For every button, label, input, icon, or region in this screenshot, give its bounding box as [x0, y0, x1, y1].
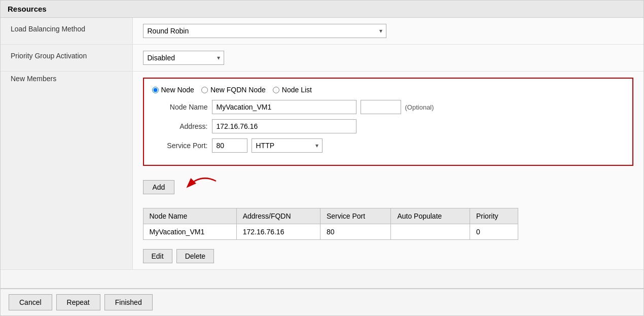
footer: Cancel Repeat Finished: [1, 288, 643, 315]
add-section: Add: [143, 176, 634, 198]
page-title: Resources: [1, 1, 643, 18]
radio-new-node-label: New Node: [161, 86, 194, 94]
load-balancing-select[interactable]: Round Robin Least Connections Observed P…: [143, 24, 386, 38]
radio-node-list-input[interactable]: [273, 87, 279, 93]
load-balancing-select-wrapper: Round Robin Least Connections Observed P…: [143, 24, 386, 38]
members-table-body: MyVacation_VM1 172.16.76.16 80 0: [143, 224, 518, 240]
finished-button[interactable]: Finished: [104, 294, 153, 310]
edit-button[interactable]: Edit: [143, 249, 172, 263]
service-port-row: Service Port: HTTP HTTPS FTP Other: [152, 138, 625, 153]
node-name-input[interactable]: [212, 100, 356, 114]
radio-new-fqdn-node[interactable]: New FQDN Node: [201, 86, 266, 94]
add-button[interactable]: Add: [143, 180, 175, 194]
radio-node-list-label: Node List: [282, 86, 312, 94]
members-table-head: Node Name Address/FQDN Service Port Auto…: [143, 208, 518, 224]
row-service-port: 80: [320, 224, 390, 240]
address-row: Address:: [152, 119, 625, 133]
port-number-input[interactable]: [212, 138, 247, 153]
new-members-label: New Members: [1, 72, 132, 270]
node-name-secondary-input[interactable]: [361, 100, 401, 114]
new-members-row: New Members New Node: [1, 72, 643, 270]
port-type-select[interactable]: HTTP HTTPS FTP Other: [252, 138, 323, 153]
priority-group-select-wrapper: Disabled Enabled: [143, 51, 224, 65]
repeat-button[interactable]: Repeat: [56, 294, 100, 310]
row-priority: 0: [470, 224, 518, 240]
service-port-inputs: HTTP HTTPS FTP Other: [212, 138, 323, 153]
radio-row: New Node New FQDN Node Node List: [152, 86, 625, 94]
members-table: Node Name Address/FQDN Service Port Auto…: [143, 208, 518, 240]
radio-new-fqdn-input[interactable]: [201, 87, 208, 93]
add-arrow-annotation: [181, 176, 221, 198]
form-table: Load Balancing Method Round Robin Least …: [1, 18, 643, 270]
radio-new-node-input[interactable]: [152, 87, 159, 93]
port-type-select-wrapper: HTTP HTTPS FTP Other: [252, 138, 323, 153]
new-members-wrapper: New Node New FQDN Node Node List: [143, 78, 634, 263]
new-node-red-box: New Node New FQDN Node Node List: [143, 78, 634, 166]
table-actions: Edit Delete: [143, 249, 634, 263]
radio-new-node[interactable]: New Node: [152, 86, 194, 94]
delete-button[interactable]: Delete: [176, 249, 214, 263]
col-priority: Priority: [470, 208, 518, 224]
col-address-fqdn: Address/FQDN: [236, 208, 320, 224]
row-auto-populate: [391, 224, 470, 240]
cancel-button[interactable]: Cancel: [9, 294, 52, 310]
priority-group-label: Priority Group Activation: [1, 45, 132, 72]
row-address: 172.16.76.16: [236, 224, 320, 240]
col-node-name: Node Name: [143, 208, 236, 224]
content-area: Load Balancing Method Round Robin Least …: [1, 18, 643, 288]
main-container: Resources Load Balancing Method Round Ro…: [0, 0, 644, 316]
priority-group-row: Priority Group Activation Disabled Enabl…: [1, 45, 643, 72]
optional-label: (Optional): [405, 103, 434, 111]
col-service-port: Service Port: [320, 208, 390, 224]
address-label: Address:: [152, 122, 208, 130]
radio-new-fqdn-label: New FQDN Node: [210, 86, 266, 94]
row-node-name: MyVacation_VM1: [143, 224, 236, 240]
priority-group-value-cell: Disabled Enabled: [132, 45, 643, 72]
priority-group-select[interactable]: Disabled Enabled: [143, 51, 224, 65]
load-balancing-label: Load Balancing Method: [1, 18, 132, 45]
load-balancing-value-cell: Round Robin Least Connections Observed P…: [132, 18, 643, 45]
members-table-header-row: Node Name Address/FQDN Service Port Auto…: [143, 208, 518, 224]
service-port-label: Service Port:: [152, 142, 208, 150]
address-input[interactable]: [212, 119, 356, 133]
new-members-value-cell: New Node New FQDN Node Node List: [132, 72, 643, 270]
radio-node-list[interactable]: Node List: [273, 86, 312, 94]
col-auto-populate: Auto Populate: [391, 208, 470, 224]
node-name-row: Node Name (Optional): [152, 100, 625, 114]
node-name-label: Node Name: [152, 103, 208, 111]
load-balancing-row: Load Balancing Method Round Robin Least …: [1, 18, 643, 45]
table-row: MyVacation_VM1 172.16.76.16 80 0: [143, 224, 518, 240]
